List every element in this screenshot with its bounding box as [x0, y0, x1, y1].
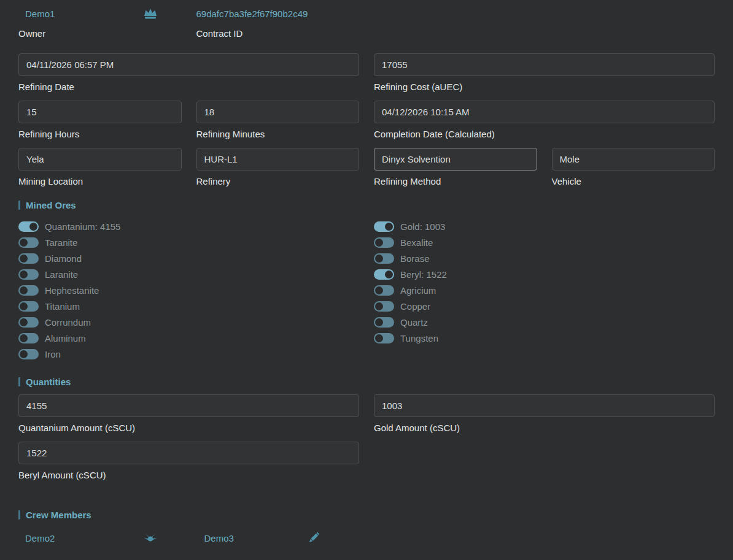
crown-icon: [142, 7, 158, 20]
toggle-knob: [20, 255, 28, 263]
ore-label: Gold: 1003: [400, 221, 445, 232]
quantanium-amount-field: Quantanium Amount (cSCU): [18, 394, 359, 433]
ore-toggle-borase[interactable]: [374, 253, 394, 264]
toggle-knob: [375, 255, 383, 263]
crew-member-name[interactable]: Demo3: [196, 533, 234, 543]
crew-section: Crew Members Demo2: [18, 510, 715, 546]
refining-date-input[interactable]: [18, 53, 359, 76]
crew-member-name[interactable]: Demo2: [18, 533, 55, 543]
ore-label: Agricium: [400, 285, 436, 296]
mined-ores-title-text: Mined Ores: [26, 200, 76, 210]
crew-member: Demo2: [18, 530, 182, 546]
refining-date-label: Refining Date: [18, 82, 359, 92]
ore-label: Hephestanite: [45, 285, 99, 296]
toggle-knob: [20, 334, 28, 342]
toggle-knob: [385, 223, 393, 231]
refining-cost-input[interactable]: [374, 53, 715, 76]
contract-id-label: Contract ID: [196, 28, 360, 39]
refinery-input[interactable]: [196, 148, 360, 171]
ore-toggle-laranite[interactable]: [18, 269, 39, 280]
quantities-row-1: Quantanium Amount (cSCU) Gold Amount (cS…: [18, 394, 715, 433]
ore-label: Aluminum: [45, 333, 86, 343]
ore-label: Titanium: [45, 301, 80, 312]
ore-row-agricium: Agricium: [374, 282, 715, 298]
toggle-knob: [20, 302, 28, 310]
refining-hours-input[interactable]: [18, 101, 182, 123]
section-accent-bar: [18, 201, 20, 210]
field-row-3: Mining Location Refinery Refining Method…: [18, 148, 715, 186]
ore-toggle-hephestanite[interactable]: [18, 285, 39, 296]
ore-label: Copper: [400, 301, 430, 312]
ore-toggle-titanium[interactable]: [18, 301, 39, 312]
ore-label: Tungsten: [400, 333, 438, 343]
mined-ores-title: Mined Ores: [18, 200, 715, 210]
toggle-knob: [375, 239, 383, 247]
ore-toggle-taranite[interactable]: [18, 237, 39, 248]
toggle-knob: [375, 286, 383, 294]
gold-amount-field: Gold Amount (cSCU): [374, 394, 715, 433]
quantanium-amount-input[interactable]: [18, 394, 359, 417]
section-accent-bar: [18, 377, 20, 386]
toggle-knob: [20, 350, 28, 358]
gold-amount-label: Gold Amount (cSCU): [374, 423, 715, 433]
refining-minutes-label: Refining Minutes: [196, 129, 360, 139]
toggle-knob: [375, 302, 383, 310]
refining-minutes-input[interactable]: [196, 101, 360, 123]
beryl-amount-field: Beryl Amount (cSCU): [18, 442, 359, 480]
ore-toggle-tungsten[interactable]: [374, 333, 394, 343]
vehicle-field: Vehicle: [552, 148, 715, 186]
ore-toggle-agricium[interactable]: [374, 285, 394, 296]
mining-location-field: Mining Location: [18, 148, 182, 186]
refining-date-field: Refining Date: [18, 53, 359, 92]
ore-row-hephestanite: Hephestanite: [18, 282, 359, 298]
beryl-amount-label: Beryl Amount (cSCU): [18, 470, 359, 480]
refining-job-form: Demo1 Owner 69dafc7ba3fe2f67f90b2c49 Con…: [0, 0, 733, 560]
ore-toggle-copper[interactable]: [374, 301, 394, 312]
crew-title-text: Crew Members: [26, 510, 91, 520]
ore-toggle-diamond[interactable]: [18, 253, 39, 264]
ore-label: Borase: [400, 253, 430, 264]
vehicle-input[interactable]: [552, 148, 715, 171]
toggle-knob: [20, 286, 28, 294]
ore-toggle-quantanium[interactable]: [18, 221, 39, 232]
ore-toggle-quartz[interactable]: [374, 317, 394, 328]
field-row-2: Refining Hours Refining Minutes Completi…: [18, 101, 715, 139]
ore-toggle-aluminum[interactable]: [18, 333, 39, 343]
ore-label: Taranite: [45, 237, 77, 248]
completion-date-input[interactable]: [374, 101, 715, 123]
ore-toggle-bexalite[interactable]: [374, 237, 394, 248]
completion-date-label: Completion Date (Calculated): [374, 129, 715, 139]
refining-method-label: Refining Method: [374, 176, 537, 186]
creature-icon: [142, 531, 158, 545]
ore-row-beryl: Beryl: 1522: [374, 266, 715, 282]
ore-row-gold: Gold: 1003: [374, 218, 715, 234]
ore-toggle-gold[interactable]: [374, 221, 394, 232]
completion-date-field: Completion Date (Calculated): [374, 101, 715, 139]
ore-row-corrundum: Corrundum: [18, 314, 359, 330]
ore-row-titanium: Titanium: [18, 298, 359, 314]
ore-row-taranite: Taranite: [18, 234, 359, 250]
refining-hours-label: Refining Hours: [18, 129, 182, 139]
toggle-knob: [20, 270, 28, 278]
ores-column-right: Gold: 1003 Bexalite Borase Beryl: 1522 A…: [374, 218, 715, 362]
contract-id-value: 69dafc7ba3fe2f67f90b2c49: [196, 9, 308, 19]
quantities-title-text: Quantities: [26, 377, 71, 387]
owner-block: Demo1 Owner: [18, 6, 182, 39]
beryl-amount-input[interactable]: [18, 442, 359, 464]
ore-label: Corrundum: [45, 317, 91, 328]
refining-minutes-field: Refining Minutes: [196, 101, 360, 139]
ore-toggle-corrundum[interactable]: [18, 317, 39, 328]
header-row: Demo1 Owner 69dafc7ba3fe2f67f90b2c49 Con…: [18, 6, 715, 39]
mining-location-input[interactable]: [18, 148, 182, 171]
ore-row-tungsten: Tungsten: [374, 330, 715, 346]
toggle-knob: [29, 223, 37, 231]
gold-amount-input[interactable]: [374, 394, 715, 417]
ore-toggle-iron[interactable]: [18, 349, 39, 359]
ore-label: Diamond: [45, 253, 82, 264]
toggle-knob: [20, 318, 28, 326]
refining-method-input[interactable]: [374, 148, 537, 171]
mined-ores-section: Mined Ores Quantanium: 4155 Taranite Dia…: [18, 200, 715, 362]
owner-name[interactable]: Demo1: [18, 9, 55, 19]
ore-label: Laranite: [45, 269, 78, 280]
ore-toggle-beryl[interactable]: [374, 269, 394, 280]
